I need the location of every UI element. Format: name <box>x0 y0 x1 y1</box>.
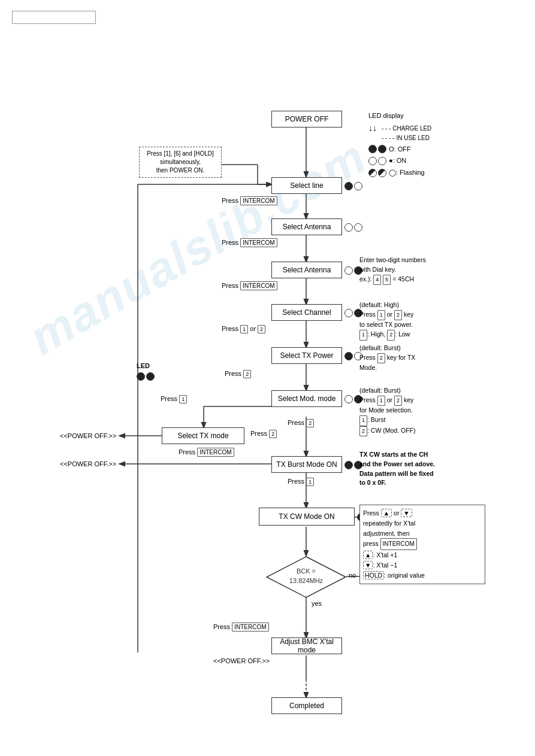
adjust-bmc-box: TX CW Mode ON <box>259 508 355 526</box>
select-antenna-label: Select Antenna <box>283 223 331 231</box>
tm-led1 <box>344 395 353 403</box>
bmc-hold-label: HOLD <box>363 571 384 579</box>
diamond-shape: BCK = 13.824MHz <box>266 555 347 599</box>
press-intercom-cw: Press INTERCOM <box>179 448 234 457</box>
select-tx-mode-box: Select Mod. mode <box>271 390 342 407</box>
tx-key1: 1 <box>179 395 187 403</box>
led-flashing-label: ◯: Flashing <box>389 168 425 178</box>
led-circle-half2 <box>378 169 386 177</box>
tx-mode-annotation: (default: Burst) Press 1 or 2 key for Mo… <box>359 386 479 436</box>
tp-led1 <box>344 309 353 317</box>
press-hint-label: Press [1], [6] and [HOLD] simultaneously… <box>142 150 219 175</box>
power-off-top-label: POWER OFF <box>285 115 329 123</box>
cw-key1: 1 <box>306 478 314 486</box>
power-off-bottom-box: Completed <box>271 697 342 714</box>
power-off-top-box: POWER OFF <box>271 111 342 127</box>
sa-led2 <box>354 223 362 232</box>
sl-led1 <box>344 182 353 190</box>
press-2-burst: Press 2 <box>250 430 277 438</box>
bmc-annotation-box: Press ▲ or ▼ repeatedly for X'tal adjust… <box>359 505 485 584</box>
diamond-no-label: no <box>349 572 356 579</box>
select-channel-box: Select Antenna <box>271 262 342 278</box>
press-intercom-bmc: Press INTERCOM <box>213 623 269 631</box>
intercom-key-2: INTERCOM <box>240 238 277 247</box>
ch-ex2: 5 <box>383 275 391 286</box>
led-left-pair <box>137 372 155 381</box>
power-off-bottom-label: <<POWER OFF.>> <box>213 657 270 664</box>
tp-key2: 2 <box>394 310 402 321</box>
page: manualslib.com <box>0 0 535 756</box>
key1a: 1 <box>240 325 248 333</box>
bmc-up-label: ▲ <box>363 551 373 559</box>
svg-text:13.824MHz: 13.824MHz <box>289 577 324 584</box>
burst-key2: 2 <box>269 430 277 438</box>
select-mod-mode-box: Select TX Power <box>271 347 342 364</box>
led-circle-half1 <box>368 169 377 177</box>
ll-led2 <box>146 372 155 381</box>
watermark: manualslib.com <box>20 169 399 526</box>
tx-cw-annotation: TX CW starts at the CHand the Power set … <box>359 450 485 488</box>
led-arrows: ↓↓ <box>368 124 377 132</box>
cw-led1 <box>344 461 353 469</box>
ll-led1 <box>137 372 145 381</box>
bmc-down-key: ▼ <box>401 509 412 517</box>
power-off-left-1: <<POWER OFF.>> <box>60 432 116 439</box>
press-2-tx: Press 2 <box>288 419 314 427</box>
completed-box: Adjust BMC X'tal mode <box>271 637 342 654</box>
press-intercom-1: Press INTERCOM <box>222 196 277 205</box>
adjust-bmc-label: TX CW Mode ON <box>279 512 334 521</box>
mm-key2: 2 <box>377 353 385 364</box>
select-line-label: Select line <box>290 181 323 190</box>
select-mod-mode-label: Select TX Power <box>280 351 333 360</box>
led-on-label: ●: ON <box>389 156 406 166</box>
diamond-yes-label: yes <box>312 600 322 607</box>
led-circle-filled2 <box>378 145 386 153</box>
intercom-key-cw: INTERCOM <box>197 448 234 457</box>
press-1-tx: Press 1 <box>161 395 187 403</box>
ch-ex1: 4 <box>373 275 381 286</box>
bmc-up-key: ▲ <box>381 509 392 517</box>
txm-key1: 1 <box>377 396 385 406</box>
sc-led1 <box>344 266 353 275</box>
power-off-bottom-box-label: Completed <box>289 702 324 710</box>
tx-burst-mode-label: Select TX mode <box>177 432 228 440</box>
select-antenna-led <box>344 223 362 232</box>
press-2-mod: Press 2 <box>225 370 251 378</box>
select-antenna-box: Select Antenna <box>271 218 342 235</box>
press-1-or-2: Press 1 or 2 <box>222 325 265 333</box>
led-circle-open2 <box>378 157 386 165</box>
tx-key2: 2 <box>306 419 314 427</box>
led-left-label: LED <box>137 362 150 369</box>
txm-key2b: 2 <box>359 426 367 437</box>
tp-key1: 1 <box>377 310 385 321</box>
txm-key2: 2 <box>394 396 402 406</box>
led-display-title: LED display <box>368 111 488 122</box>
tp-key1b: 1 <box>359 330 367 341</box>
intercom-key-1: INTERCOM <box>240 196 277 205</box>
key2a: 2 <box>258 325 265 333</box>
tx-power-annotation: (default: High) Press 1 or 2 key to sele… <box>359 300 479 341</box>
press-intercom-3: Press INTERCOM <box>222 281 277 290</box>
sl-led2 <box>354 182 362 190</box>
select-line-led <box>344 182 362 190</box>
led-circle-open1 <box>368 157 377 165</box>
mm-key2b: 2 <box>243 370 251 378</box>
svg-text:BCK =: BCK = <box>297 567 316 575</box>
tx-cw-mode-box: TX Burst Mode ON <box>271 456 342 473</box>
select-tx-power-box: Select Channel <box>271 304 342 321</box>
press-1-cw: Press 1 <box>288 478 314 486</box>
mod-mode-annotation: (default: Burst) Press 2 key for TX Mode… <box>359 344 479 373</box>
top-bar <box>12 11 96 24</box>
o-off-label: O: OFF <box>389 144 411 155</box>
led-display-panel: LED display ↓↓ - - - CHARGE LED - - - - … <box>368 111 488 178</box>
tp-key2b: 2 <box>387 330 395 341</box>
power-off-left-2: <<POWER OFF.>> <box>60 460 116 467</box>
sa-led1 <box>344 223 353 232</box>
tx-burst-mode-box: Select TX mode <box>162 427 244 444</box>
select-channel-label: Select Antenna <box>283 266 331 274</box>
mm-led1 <box>344 352 353 360</box>
completed-label: Adjust BMC X'tal mode <box>272 637 341 654</box>
select-tx-power-label: Select Channel <box>282 308 331 317</box>
press-hint-box: Press [1], [6] and [HOLD] simultaneously… <box>139 147 222 178</box>
bmc-down-label: ▼ <box>363 561 373 569</box>
